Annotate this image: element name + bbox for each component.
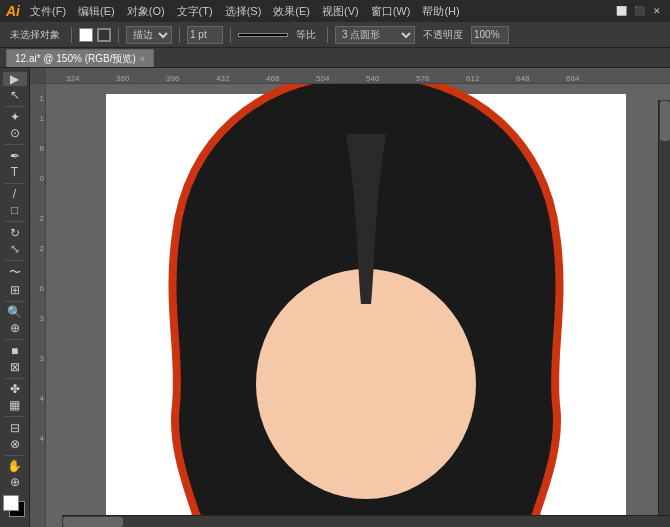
ruler-left-tick-9: 3 <box>40 354 44 363</box>
menu-select[interactable]: 选择(S) <box>225 4 262 19</box>
vertical-scrollbar[interactable] <box>658 100 670 515</box>
magic-wand-tool[interactable]: ✦ <box>3 110 27 124</box>
scale-tool[interactable]: ⤡ <box>3 242 27 256</box>
opacity-label: 不透明度 <box>419 27 467 43</box>
ruler-tick-648: 648 <box>516 74 529 83</box>
menu-effects[interactable]: 效果(E) <box>273 4 310 19</box>
options-toolbar: 未选择对象 描边 等比 3 点圆形 不透明度 <box>0 22 670 48</box>
minimize-button[interactable]: ⬜ <box>614 4 628 18</box>
opacity-input[interactable] <box>471 26 509 44</box>
menu-view[interactable]: 视图(V) <box>322 4 359 19</box>
toolbox: ▶ ↖ ✦ ⊙ ✒ T / □ ↻ ⤡ 〜 ⊞ 🔍 ⊕ ■ ⊠ ✤ ▦ ⊟ ⊗ … <box>0 68 30 527</box>
ruler-tick-504: 504 <box>316 74 329 83</box>
menu-text[interactable]: 文字(T) <box>177 4 213 19</box>
column-graph-tool[interactable]: ▦ <box>3 398 27 412</box>
type-tool[interactable]: T <box>3 165 27 179</box>
ruler-tick-396: 396 <box>166 74 179 83</box>
ruler-left-tick-1: 1 <box>40 94 44 103</box>
ruler-left: 1 1 8 0 2 2 6 3 3 4 4 <box>30 84 46 527</box>
divider-5 <box>327 27 328 43</box>
foreground-color-swatch[interactable] <box>3 495 19 511</box>
window-controls: ⬜ ⬛ ✕ <box>614 4 664 18</box>
horizontal-scroll-thumb[interactable] <box>63 517 123 527</box>
warp-tool[interactable]: 〜 <box>3 264 27 281</box>
eyedropper-tool[interactable]: 🔍 <box>3 305 27 319</box>
ruler-left-tick-10: 4 <box>40 394 44 403</box>
app-logo: Ai <box>6 3 20 19</box>
maximize-button[interactable]: ⬛ <box>632 4 646 18</box>
stroke-size-input[interactable] <box>187 26 223 44</box>
menu-object[interactable]: 对象(O) <box>127 4 165 19</box>
gradient-tool[interactable]: ■ <box>3 344 27 358</box>
ruler-tick-432: 432 <box>216 74 229 83</box>
blend-tool[interactable]: ⊕ <box>3 321 27 335</box>
ruler-left-tick-6: 2 <box>40 244 44 253</box>
ruler-tick-540: 540 <box>366 74 379 83</box>
divider-2 <box>118 27 119 43</box>
canvas-with-ruler: 1 1 8 0 2 2 6 3 3 4 4 <box>30 84 670 527</box>
ruler-left-tick-11: 4 <box>40 434 44 443</box>
select-tool[interactable]: ▶ <box>3 72 27 86</box>
divider-3 <box>179 27 180 43</box>
tab-label: 12.ai* @ 150% (RGB/预览) <box>15 52 136 66</box>
divider-1 <box>71 27 72 43</box>
stroke-line <box>239 34 287 36</box>
vertical-scroll-thumb[interactable] <box>660 101 670 141</box>
canvas-viewport <box>46 84 670 527</box>
pen-tool[interactable]: ✒ <box>3 149 27 163</box>
slice-tool[interactable]: ⊗ <box>3 437 27 451</box>
menu-bar: 文件(F) 编辑(E) 对象(O) 文字(T) 选择(S) 效果(E) 视图(V… <box>30 4 614 19</box>
rect-tool[interactable]: □ <box>3 203 27 217</box>
color-swatches-area <box>0 491 30 523</box>
canvas-area: 324 360 396 432 468 504 540 576 612 648 … <box>30 68 670 527</box>
stroke-preview <box>238 33 288 37</box>
horizontal-scrollbar[interactable] <box>62 515 670 527</box>
fill-stroke-selector <box>79 28 111 42</box>
color-swatches[interactable] <box>3 495 27 519</box>
close-button[interactable]: ✕ <box>650 4 664 18</box>
ruler-top: 324 360 396 432 468 504 540 576 612 648 … <box>30 68 670 84</box>
lasso-tool[interactable]: ⊙ <box>3 126 27 140</box>
menu-help[interactable]: 帮助(H) <box>422 4 459 19</box>
ruler-left-tick-2: 1 <box>40 114 44 123</box>
ruler-left-tick-8: 3 <box>40 314 44 323</box>
ruler-tick-612: 612 <box>466 74 479 83</box>
ruler-corner <box>30 68 46 84</box>
ruler-left-tick-7: 6 <box>40 284 44 293</box>
shape-select[interactable]: 3 点圆形 <box>335 26 415 44</box>
tab-close-button[interactable]: × <box>140 54 145 64</box>
ruler-left-tick-5: 2 <box>40 214 44 223</box>
selection-label: 未选择对象 <box>6 27 64 43</box>
symbol-sprayer-tool[interactable]: ✤ <box>3 382 27 396</box>
mesh-tool[interactable]: ⊠ <box>3 360 27 374</box>
line-tool[interactable]: / <box>3 187 27 201</box>
ruler-numbers-top: 324 360 396 432 468 504 540 576 612 648 … <box>46 68 670 83</box>
ruler-left-tick-4: 0 <box>40 174 44 183</box>
document-tab[interactable]: 12.ai* @ 150% (RGB/预览) × <box>6 49 154 67</box>
free-transform-tool[interactable]: ⊞ <box>3 283 27 297</box>
ruler-tick-324: 324 <box>66 74 79 83</box>
stroke-type-select[interactable]: 描边 <box>126 26 172 44</box>
ratio-label: 等比 <box>292 27 320 43</box>
ruler-left-tick-3: 8 <box>40 144 44 153</box>
title-bar: Ai 文件(F) 编辑(E) 对象(O) 文字(T) 选择(S) 效果(E) 视… <box>0 0 670 22</box>
hand-tool[interactable]: ✋ <box>3 459 27 473</box>
ruler-tick-576: 576 <box>416 74 429 83</box>
artboard-canvas <box>106 94 626 527</box>
menu-file[interactable]: 文件(F) <box>30 4 66 19</box>
menu-edit[interactable]: 编辑(E) <box>78 4 115 19</box>
artboard-tool[interactable]: ⊟ <box>3 421 27 435</box>
menu-window[interactable]: 窗口(W) <box>371 4 411 19</box>
ruler-tick-360: 360 <box>116 74 129 83</box>
stroke-swatch[interactable] <box>97 28 111 42</box>
main-area: ▶ ↖ ✦ ⊙ ✒ T / □ ↻ ⤡ 〜 ⊞ 🔍 ⊕ ■ ⊠ ✤ ▦ ⊟ ⊗ … <box>0 68 670 527</box>
fill-swatch[interactable] <box>79 28 93 42</box>
direct-select-tool[interactable]: ↖ <box>3 88 27 102</box>
zoom-tool[interactable]: ⊕ <box>3 475 27 489</box>
ruler-tick-468: 468 <box>266 74 279 83</box>
divider-4 <box>230 27 231 43</box>
rotate-tool[interactable]: ↻ <box>3 226 27 240</box>
ruler-tick-684: 684 <box>566 74 579 83</box>
tab-bar: 12.ai* @ 150% (RGB/预览) × <box>0 48 670 68</box>
